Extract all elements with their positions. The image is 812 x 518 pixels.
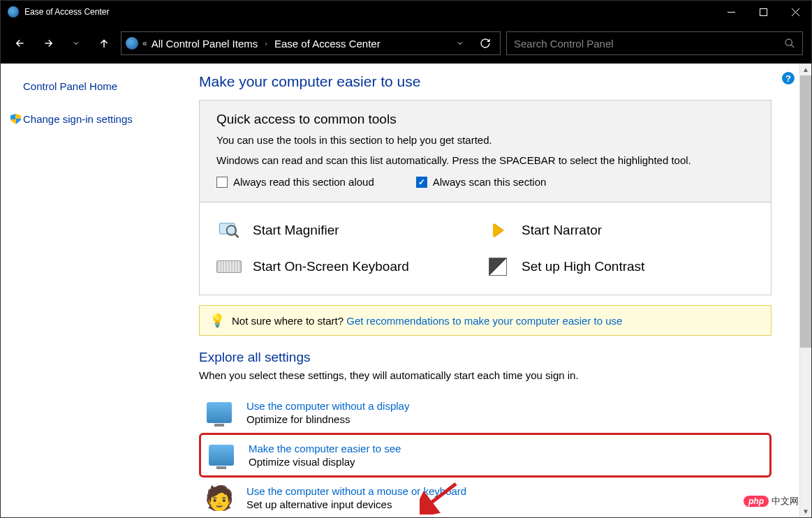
chevron-left-icon[interactable]: « <box>142 38 147 48</box>
main-content: ? Make your computer easier to use Quick… <box>189 64 799 517</box>
panel-title: Quick access to common tools <box>216 112 754 127</box>
explore-desc-text: Optimize for blindness <box>246 413 409 425</box>
tool-start-magnifier[interactable]: Start Magnifier <box>216 218 485 243</box>
explore-link[interactable]: Use the computer without a display <box>246 400 409 412</box>
hint-lead: Not sure where to start? <box>232 315 346 327</box>
explore-desc: When you select these settings, they wil… <box>199 369 772 381</box>
explore-item-easier-to-see[interactable]: Make the computer easier to see Optimize… <box>199 433 772 478</box>
tool-label: Start Magnifier <box>253 223 339 238</box>
checkbox-icon <box>416 177 427 188</box>
sidebar: Control Panel Home Change sign-in settin… <box>1 64 189 517</box>
monitor-magnify-icon <box>207 441 236 470</box>
narrator-icon <box>485 218 510 243</box>
window-title: Ease of Access Center <box>24 7 715 17</box>
checkbox-icon <box>216 177 228 188</box>
tool-label: Set up High Contrast <box>522 259 644 274</box>
hint-link[interactable]: Get recommendations to make your compute… <box>346 315 622 327</box>
tool-start-narrator[interactable]: Start Narrator <box>485 218 754 243</box>
recent-dropdown[interactable] <box>65 32 87 54</box>
explore-item-without-mouse[interactable]: 🧑 Use the computer without a mouse or ke… <box>199 478 772 517</box>
contrast-icon <box>485 254 510 279</box>
forward-button[interactable] <box>37 32 59 54</box>
explore-link[interactable]: Make the computer easier to see <box>249 443 401 454</box>
checkbox-label: Always scan this section <box>433 176 547 188</box>
scroll-down-icon[interactable]: ▼ <box>800 505 811 517</box>
search-icon[interactable] <box>784 38 795 49</box>
search-box[interactable] <box>506 31 803 55</box>
watermark-badge: php <box>744 496 769 507</box>
search-input[interactable] <box>514 38 784 50</box>
back-button[interactable] <box>9 32 31 54</box>
breadcrumb-item[interactable]: Ease of Access Center <box>274 38 381 50</box>
address-dropdown[interactable] <box>450 33 471 54</box>
refresh-button[interactable] <box>475 33 496 54</box>
magnifier-icon <box>216 218 242 243</box>
scroll-up-icon[interactable]: ▲ <box>800 64 811 75</box>
maximize-button[interactable] <box>747 1 779 23</box>
svg-line-8 <box>235 234 239 237</box>
panel-text: Windows can read and scan this list auto… <box>216 154 754 166</box>
tool-label: Start Narrator <box>522 223 602 238</box>
svg-rect-1 <box>760 8 767 15</box>
svg-point-4 <box>785 39 792 45</box>
explore-desc-text: Optimize visual display <box>249 456 401 468</box>
scroll-track[interactable] <box>800 348 811 505</box>
checkbox-scan-section[interactable]: Always scan this section <box>416 176 547 188</box>
watermark: php 中文网 <box>744 495 799 508</box>
explore-list: Use the computer without a display Optim… <box>199 392 772 517</box>
close-button[interactable] <box>779 1 811 23</box>
tools-panel: Start Magnifier Start Narrator Start On-… <box>199 202 772 295</box>
window: Ease of Access Center « All Control Pane… <box>0 0 812 518</box>
tool-start-osk[interactable]: Start On-Screen Keyboard <box>216 254 485 279</box>
quick-access-panel: Quick access to common tools You can use… <box>199 100 772 202</box>
address-bar[interactable]: « All Control Panel Items › Ease of Acce… <box>121 31 501 55</box>
tool-high-contrast[interactable]: Set up High Contrast <box>485 254 754 279</box>
monitor-talk-icon <box>205 398 234 427</box>
scroll-thumb[interactable] <box>800 75 811 348</box>
lightbulb-icon: 💡 <box>209 313 225 328</box>
up-button[interactable] <box>93 32 115 54</box>
checkbox-label: Always read this section aloud <box>233 176 374 188</box>
scrollbar[interactable]: ▲ ▼ <box>799 64 811 517</box>
hint-bar: 💡 Not sure where to start? Get recommend… <box>199 305 772 336</box>
explore-heading: Explore all settings <box>199 350 772 365</box>
content-area: Control Panel Home Change sign-in settin… <box>1 64 811 517</box>
minimize-button[interactable] <box>715 1 747 23</box>
checkbox-read-aloud[interactable]: Always read this section aloud <box>216 176 374 188</box>
explore-desc-text: Set up alternative input devices <box>246 498 466 510</box>
explore-link[interactable]: Use the computer without a mouse or keyb… <box>246 485 466 497</box>
app-icon <box>8 6 19 17</box>
sidebar-change-signin[interactable]: Change sign-in settings <box>10 110 182 128</box>
page-heading: Make your computer easier to use <box>199 73 772 90</box>
explore-item-without-display[interactable]: Use the computer without a display Optim… <box>199 392 772 433</box>
panel-text: You can use the tools in this section to… <box>216 134 754 146</box>
watermark-text: 中文网 <box>772 495 799 508</box>
sidebar-control-panel-home[interactable]: Control Panel Home <box>10 77 182 95</box>
help-icon[interactable]: ? <box>782 72 795 84</box>
titlebar: Ease of Access Center <box>1 1 811 23</box>
ease-of-access-icon <box>126 37 138 50</box>
keyboard-icon <box>216 254 242 279</box>
breadcrumb-item[interactable]: All Control Panel Items <box>152 38 258 50</box>
svg-line-5 <box>791 45 794 47</box>
toolbar: « All Control Panel Items › Ease of Acce… <box>1 23 811 64</box>
tool-label: Start On-Screen Keyboard <box>253 259 409 274</box>
person-icon: 🧑 <box>205 483 234 512</box>
chevron-right-icon: › <box>265 39 267 47</box>
